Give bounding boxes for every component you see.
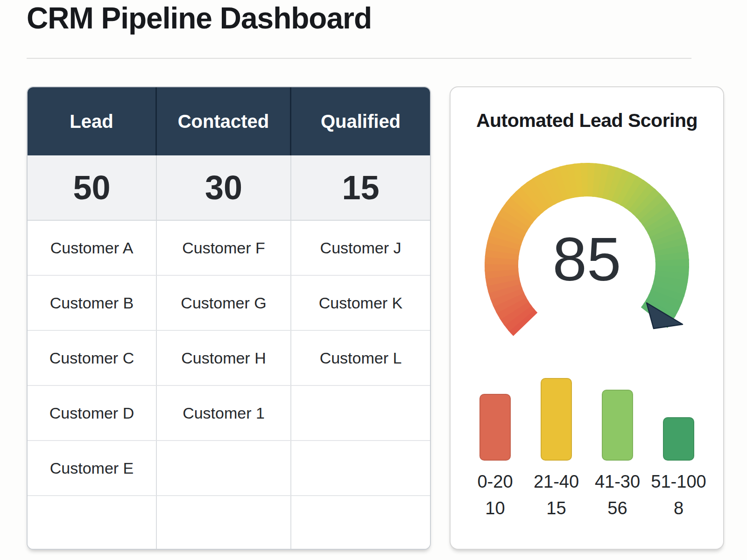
lead-scoring-title: Automated Lead Scoring (451, 110, 723, 132)
score-range-label: 21-40 (534, 472, 579, 492)
column-header-contacted: Contacted (157, 87, 291, 155)
qualified-count: 15 (291, 155, 430, 221)
lead-count: 50 (28, 155, 157, 221)
table-cell (291, 496, 430, 549)
table-cell: Customer K (291, 276, 430, 331)
gauge-score-value: 85 (479, 229, 694, 290)
contacted-count: 30 (157, 155, 291, 221)
crm-dashboard-page: CRM Pipeline Dashboard Lead Contacted Qu… (0, 0, 747, 560)
title-divider (27, 58, 691, 59)
table-cell: Customer D (28, 386, 157, 441)
table-cell: Customer A (28, 221, 157, 276)
score-bar-area (602, 378, 633, 461)
score-bar-group: 51-1008 (648, 378, 709, 518)
column-header-qualified: Qualified (291, 87, 430, 155)
table-cell: Customer F (157, 221, 291, 276)
table-cell (291, 441, 430, 496)
table-cell (291, 386, 430, 441)
lead-scoring-card: Automated Lead Scoring 85 0-201021-40154… (450, 86, 724, 550)
score-bar (541, 378, 572, 461)
score-bar-area (541, 378, 572, 461)
score-bar-area (663, 378, 694, 461)
score-range-label: 0-20 (477, 472, 513, 492)
column-header-lead: Lead (28, 87, 157, 155)
score-distribution-chart: 0-201021-401541-305651-1008 (451, 378, 723, 518)
table-cell: Customer H (157, 331, 291, 386)
score-bar (663, 417, 694, 461)
score-gauge: 85 (479, 160, 694, 351)
score-bar-group: 0-2010 (465, 378, 526, 518)
table-cell: Customer C (28, 331, 157, 386)
score-count-value: 56 (607, 498, 627, 518)
table-cell (157, 496, 291, 549)
score-bar (602, 390, 633, 461)
score-bar (479, 394, 511, 461)
table-cell: Customer B (28, 276, 157, 331)
table-cell: Customer 1 (157, 386, 291, 441)
score-bar-group: 41-3056 (587, 378, 648, 518)
score-count-value: 10 (485, 498, 505, 518)
score-range-label: 51-100 (651, 472, 706, 492)
table-cell: Customer J (291, 221, 430, 276)
table-cell: Customer L (291, 331, 430, 386)
score-count-value: 8 (674, 498, 684, 518)
pipeline-table: Lead Contacted Qualified 50 30 15 Custom… (27, 86, 431, 550)
table-cell (28, 496, 157, 549)
score-count-value: 15 (546, 498, 566, 518)
score-range-label: 41-30 (595, 472, 640, 492)
page-title: CRM Pipeline Dashboard (27, 1, 372, 35)
table-cell: Customer G (157, 276, 291, 331)
table-cell (157, 441, 291, 496)
score-bar-area (479, 378, 511, 461)
score-bar-group: 21-4015 (526, 378, 587, 518)
table-cell: Customer E (28, 441, 157, 496)
